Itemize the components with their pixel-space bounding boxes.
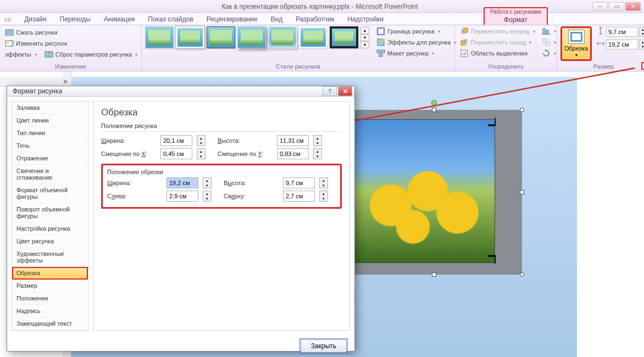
style-thumb[interactable] <box>268 26 297 48</box>
spin-up[interactable]: ▴ <box>197 136 205 141</box>
spin-up[interactable]: ▴ <box>314 136 321 141</box>
spin-down[interactable]: ▾ <box>314 154 321 159</box>
size-dialog-launcher[interactable]: ◢ <box>641 62 644 70</box>
spin-up[interactable]: ▴ <box>203 191 211 196</box>
style-thumb[interactable] <box>237 26 266 48</box>
dialog-titlebar[interactable]: Формат рисунка ? ✕ <box>7 86 354 97</box>
gallery-up[interactable]: ▴ <box>360 27 369 34</box>
gallery-more[interactable]: ▾ <box>360 41 369 48</box>
tab-transitions[interactable]: Переходы <box>53 14 97 25</box>
rotate[interactable] <box>540 48 558 58</box>
reset-picture[interactable]: Сброс параметров рисунка <box>43 49 139 59</box>
align[interactable] <box>540 26 558 36</box>
artistic-effects[interactable]: эффекты <box>3 51 38 58</box>
nav-item[interactable]: Художественные эффекты <box>12 248 88 267</box>
spin-up[interactable]: ▴ <box>640 40 644 44</box>
style-thumb[interactable] <box>145 26 174 48</box>
spin-down[interactable]: ▾ <box>320 196 327 201</box>
nav-item[interactable]: Тип линии <box>12 127 88 140</box>
crop-button[interactable]: Обрезка ▾ <box>560 26 592 61</box>
spin-up[interactable]: ▴ <box>314 149 321 154</box>
nav-item[interactable]: Надпись <box>12 305 88 317</box>
bring-forward[interactable]: Переместить вперед <box>458 26 537 36</box>
picture-border[interactable]: Граница рисунка <box>375 26 458 36</box>
picture[interactable] <box>346 120 495 263</box>
selection-pane[interactable]: Область выделения <box>458 48 537 58</box>
spin-up[interactable]: ▴ <box>640 27 644 32</box>
nav-item[interactable]: Тень <box>12 140 88 152</box>
nav-item[interactable]: Поворот объемной фигуры <box>12 203 88 222</box>
tab-addins[interactable]: Надстройки <box>341 14 390 25</box>
resize-handle[interactable] <box>432 108 436 112</box>
nav-item[interactable]: Формат объемной фигуры <box>12 184 88 203</box>
crop-top-input[interactable] <box>283 191 315 202</box>
spin-down[interactable]: ▾ <box>314 141 321 146</box>
picture-crop-frame[interactable] <box>346 110 522 275</box>
nav-item[interactable]: Цвет линии <box>12 114 88 127</box>
tab-review[interactable]: Рецензирование <box>200 14 264 25</box>
maximize-button[interactable]: ▭ <box>609 2 624 11</box>
crop-handle[interactable] <box>487 118 496 126</box>
tab-developer[interactable]: Разработчик <box>289 14 341 25</box>
crop-height-input[interactable] <box>283 177 315 188</box>
gallery-down[interactable]: ▾ <box>360 34 369 41</box>
crop-width-input[interactable] <box>166 177 198 188</box>
resize-handle[interactable] <box>520 108 524 112</box>
rotate-handle[interactable] <box>431 100 437 105</box>
picture-layout[interactable]: Макет рисунка <box>375 48 458 58</box>
window-close-button[interactable]: ✕ <box>625 2 641 11</box>
compress-pictures[interactable]: Сжать рисунки <box>3 27 139 37</box>
spin-down[interactable]: ▾ <box>320 183 327 188</box>
spin-up[interactable]: ▴ <box>197 149 205 154</box>
spin-up[interactable]: ▴ <box>203 178 211 183</box>
crop-left-input[interactable] <box>166 191 198 202</box>
nav-item[interactable]: Отражение <box>12 152 88 165</box>
nav-item[interactable]: Замещающий текст <box>12 317 88 330</box>
dialog-close-button[interactable]: ✕ <box>338 86 352 96</box>
change-picture[interactable]: Изменить рисунок <box>3 38 139 48</box>
spin-down[interactable]: ▾ <box>197 154 205 159</box>
tab-partial[interactable]: ка <box>4 14 18 25</box>
resize-handle[interactable] <box>520 272 524 277</box>
spin-down[interactable]: ▾ <box>197 141 205 146</box>
tab-format[interactable]: Формат <box>499 15 532 25</box>
tab-slideshow[interactable]: Показ слайдов <box>141 14 200 25</box>
shape-height-input[interactable] <box>606 27 638 37</box>
spin-up[interactable]: ▴ <box>320 191 327 196</box>
nav-item[interactable]: Обрезка <box>12 267 88 280</box>
picture-effects[interactable]: Эффекты для рисунка <box>375 37 458 47</box>
dialog-close-main-button[interactable]: Закрыть <box>301 339 347 353</box>
spin-down[interactable]: ▾ <box>203 196 211 201</box>
tab-animation[interactable]: Анимация <box>97 14 141 25</box>
spin-up[interactable]: ▴ <box>320 178 327 183</box>
nav-item[interactable]: Размер <box>12 280 88 292</box>
pic-offy-input[interactable] <box>277 148 309 159</box>
spin-down[interactable]: ▾ <box>203 183 211 188</box>
nav-item[interactable]: Заливка <box>12 102 88 114</box>
spin-down[interactable]: ▾ <box>640 44 644 49</box>
style-thumb[interactable] <box>176 26 204 48</box>
close-pane-icon[interactable]: ✕ <box>63 78 68 86</box>
shape-width-input[interactable] <box>606 40 638 49</box>
tab-view[interactable]: Вид <box>264 14 289 25</box>
pic-width-input[interactable] <box>160 135 192 146</box>
minimize-button[interactable]: ─ <box>592 2 608 11</box>
dialog-help-button[interactable]: ? <box>323 86 337 96</box>
style-thumb[interactable] <box>207 26 235 48</box>
pic-offx-input[interactable] <box>160 148 192 159</box>
svg-rect-9 <box>379 54 382 57</box>
tab-design[interactable]: Дизайн <box>18 14 53 25</box>
send-backward[interactable]: Переместить назад <box>458 37 537 47</box>
group-objects[interactable] <box>540 37 558 47</box>
style-thumb[interactable] <box>330 26 358 48</box>
nav-item[interactable]: Положение <box>12 292 88 305</box>
crop-handle[interactable] <box>487 255 496 264</box>
spin-down[interactable]: ▾ <box>640 32 644 36</box>
resize-handle[interactable] <box>520 190 524 194</box>
pic-height-input[interactable] <box>277 135 309 146</box>
nav-item[interactable]: Цвет рисунка <box>12 235 88 248</box>
nav-item[interactable]: Настройка рисунка <box>12 222 88 235</box>
resize-handle[interactable] <box>432 272 436 277</box>
nav-item[interactable]: Свечение и сглаживание <box>12 165 88 184</box>
style-thumb[interactable] <box>299 26 327 48</box>
